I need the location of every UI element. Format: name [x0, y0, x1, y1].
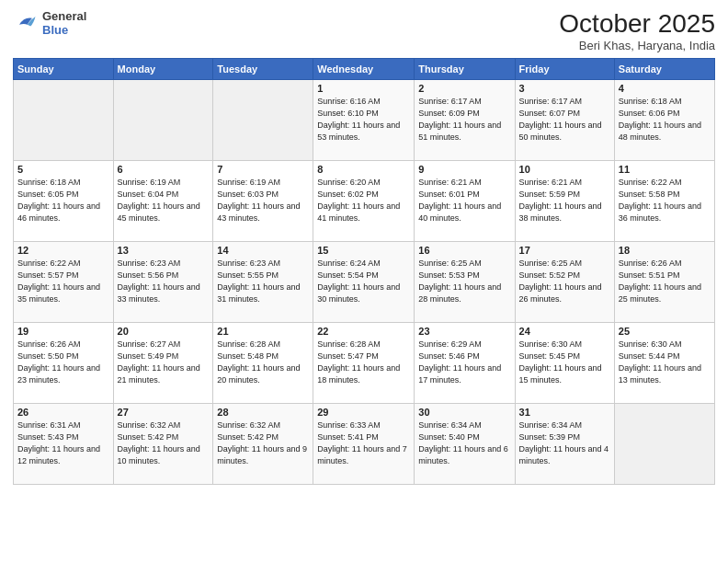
daylight-text: Daylight: 11 hours and 25 minutes.	[619, 282, 711, 305]
cell-date: 25	[619, 326, 711, 337]
cell-date: 16	[418, 245, 510, 256]
table-row: 8Sunrise: 6:20 AMSunset: 6:02 PMDaylight…	[313, 161, 415, 242]
daylight-text: Daylight: 11 hours and 43 minutes.	[217, 201, 309, 224]
table-row: 3Sunrise: 6:17 AMSunset: 6:07 PMDaylight…	[515, 80, 614, 161]
table-row	[14, 80, 114, 161]
cell-date: 29	[317, 407, 410, 418]
table-row: 21Sunrise: 6:28 AMSunset: 5:48 PMDayligh…	[213, 323, 313, 404]
daylight-text: Daylight: 11 hours and 33 minutes.	[118, 282, 210, 305]
daylight-text: Daylight: 11 hours and 45 minutes.	[118, 201, 210, 224]
sunset-text: Sunset: 5:55 PM	[217, 270, 309, 282]
sunrise-text: Sunrise: 6:28 AM	[317, 339, 410, 350]
table-row	[614, 404, 714, 485]
cell-date: 7	[217, 164, 309, 175]
sunset-text: Sunset: 6:03 PM	[217, 189, 309, 201]
cell-date: 14	[217, 245, 309, 256]
sunrise-text: Sunrise: 6:17 AM	[418, 96, 510, 108]
calendar-week-row: 26Sunrise: 6:31 AMSunset: 5:43 PMDayligh…	[14, 404, 715, 485]
sunrise-text: Sunrise: 6:29 AM	[418, 339, 510, 350]
sunset-text: Sunset: 5:42 PM	[217, 431, 309, 443]
cell-date: 10	[519, 164, 610, 175]
cell-info: Sunrise: 6:27 AMSunset: 5:49 PMDaylight:…	[118, 339, 210, 386]
cell-date: 21	[217, 326, 309, 337]
cell-info: Sunrise: 6:26 AMSunset: 5:50 PMDaylight:…	[17, 339, 109, 386]
sunset-text: Sunset: 5:59 PM	[519, 189, 610, 201]
table-row: 13Sunrise: 6:23 AMSunset: 5:56 PMDayligh…	[113, 242, 213, 323]
table-row: 31Sunrise: 6:34 AMSunset: 5:39 PMDayligh…	[515, 404, 614, 485]
sunset-text: Sunset: 5:45 PM	[519, 350, 610, 362]
sunrise-text: Sunrise: 6:32 AM	[118, 419, 210, 431]
table-row: 11Sunrise: 6:22 AMSunset: 5:58 PMDayligh…	[614, 161, 714, 242]
logo: General Blue	[13, 9, 86, 37]
header-thursday: Thursday	[415, 59, 515, 80]
daylight-text: Daylight: 11 hours and 36 minutes.	[619, 201, 711, 224]
sunrise-text: Sunrise: 6:18 AM	[17, 177, 109, 189]
sunrise-text: Sunrise: 6:19 AM	[118, 177, 210, 189]
header-wednesday: Wednesday	[313, 59, 415, 80]
table-row	[213, 80, 313, 161]
sunrise-text: Sunrise: 6:19 AM	[217, 177, 309, 189]
calendar-week-row: 12Sunrise: 6:22 AMSunset: 5:57 PMDayligh…	[14, 242, 715, 323]
calendar-title: October 2025	[559, 9, 715, 39]
daylight-text: Daylight: 11 hours and 48 minutes.	[619, 120, 711, 144]
sunset-text: Sunset: 6:06 PM	[619, 108, 711, 120]
cell-info: Sunrise: 6:16 AMSunset: 6:10 PMDaylight:…	[317, 96, 410, 144]
daylight-text: Daylight: 11 hours and 53 minutes.	[317, 120, 410, 144]
cell-info: Sunrise: 6:25 AMSunset: 5:52 PMDaylight:…	[519, 258, 610, 305]
sunset-text: Sunset: 6:01 PM	[418, 189, 510, 201]
table-row: 17Sunrise: 6:25 AMSunset: 5:52 PMDayligh…	[515, 242, 614, 323]
sunset-text: Sunset: 5:42 PM	[118, 431, 210, 443]
cell-date: 22	[317, 326, 410, 337]
daylight-text: Daylight: 11 hours and 7 minutes.	[317, 443, 410, 467]
sunset-text: Sunset: 6:07 PM	[519, 108, 610, 120]
cell-date: 2	[418, 83, 510, 94]
cell-info: Sunrise: 6:20 AMSunset: 6:02 PMDaylight:…	[317, 177, 410, 224]
cell-info: Sunrise: 6:26 AMSunset: 5:51 PMDaylight:…	[619, 258, 711, 305]
sunrise-text: Sunrise: 6:22 AM	[17, 258, 109, 270]
daylight-text: Daylight: 11 hours and 4 minutes.	[519, 443, 610, 467]
calendar-week-row: 1Sunrise: 6:16 AMSunset: 6:10 PMDaylight…	[14, 80, 715, 161]
sunrise-text: Sunrise: 6:22 AM	[619, 177, 711, 189]
logo-text: General Blue	[42, 9, 86, 37]
table-row: 16Sunrise: 6:25 AMSunset: 5:53 PMDayligh…	[415, 242, 515, 323]
cell-info: Sunrise: 6:30 AMSunset: 5:44 PMDaylight:…	[619, 339, 711, 386]
daylight-text: Daylight: 11 hours and 26 minutes.	[519, 282, 610, 305]
cell-info: Sunrise: 6:32 AMSunset: 5:42 PMDaylight:…	[118, 419, 210, 467]
sunset-text: Sunset: 5:43 PM	[17, 431, 109, 443]
sunrise-text: Sunrise: 6:23 AM	[118, 258, 210, 270]
cell-date: 6	[118, 164, 210, 175]
daylight-text: Daylight: 11 hours and 17 minutes.	[418, 362, 510, 386]
sunset-text: Sunset: 6:04 PM	[118, 189, 210, 201]
sunset-text: Sunset: 5:53 PM	[418, 270, 510, 282]
cell-info: Sunrise: 6:21 AMSunset: 5:59 PMDaylight:…	[519, 177, 610, 224]
sunset-text: Sunset: 5:41 PM	[317, 431, 410, 443]
daylight-text: Daylight: 11 hours and 51 minutes.	[418, 120, 510, 144]
cell-info: Sunrise: 6:34 AMSunset: 5:39 PMDaylight:…	[519, 419, 610, 467]
sunset-text: Sunset: 5:39 PM	[519, 431, 610, 443]
table-row: 1Sunrise: 6:16 AMSunset: 6:10 PMDaylight…	[313, 80, 415, 161]
cell-info: Sunrise: 6:17 AMSunset: 6:07 PMDaylight:…	[519, 96, 610, 144]
daylight-text: Daylight: 11 hours and 21 minutes.	[118, 362, 210, 386]
sunset-text: Sunset: 5:51 PM	[619, 270, 711, 282]
cell-info: Sunrise: 6:30 AMSunset: 5:45 PMDaylight:…	[519, 339, 610, 386]
cell-info: Sunrise: 6:21 AMSunset: 6:01 PMDaylight:…	[418, 177, 510, 224]
sunset-text: Sunset: 6:09 PM	[418, 108, 510, 120]
header: General Blue October 2025 Beri Khas, Har…	[13, 9, 715, 52]
daylight-text: Daylight: 11 hours and 38 minutes.	[519, 201, 610, 224]
cell-date: 27	[118, 407, 210, 418]
sunset-text: Sunset: 5:56 PM	[118, 270, 210, 282]
cell-date: 23	[418, 326, 510, 337]
table-row: 25Sunrise: 6:30 AMSunset: 5:44 PMDayligh…	[614, 323, 714, 404]
title-block: October 2025 Beri Khas, Haryana, India	[559, 9, 715, 52]
sunset-text: Sunset: 6:10 PM	[317, 108, 410, 120]
table-row: 22Sunrise: 6:28 AMSunset: 5:47 PMDayligh…	[313, 323, 415, 404]
cell-info: Sunrise: 6:18 AMSunset: 6:06 PMDaylight:…	[619, 96, 711, 144]
cell-info: Sunrise: 6:31 AMSunset: 5:43 PMDaylight:…	[17, 419, 109, 467]
cell-date: 26	[17, 407, 109, 418]
table-row: 28Sunrise: 6:32 AMSunset: 5:42 PMDayligh…	[213, 404, 313, 485]
sunrise-text: Sunrise: 6:26 AM	[619, 258, 711, 270]
daylight-text: Daylight: 11 hours and 30 minutes.	[317, 282, 410, 305]
sunset-text: Sunset: 5:48 PM	[217, 350, 309, 362]
sunset-text: Sunset: 5:40 PM	[418, 431, 510, 443]
sunrise-text: Sunrise: 6:25 AM	[519, 258, 610, 270]
